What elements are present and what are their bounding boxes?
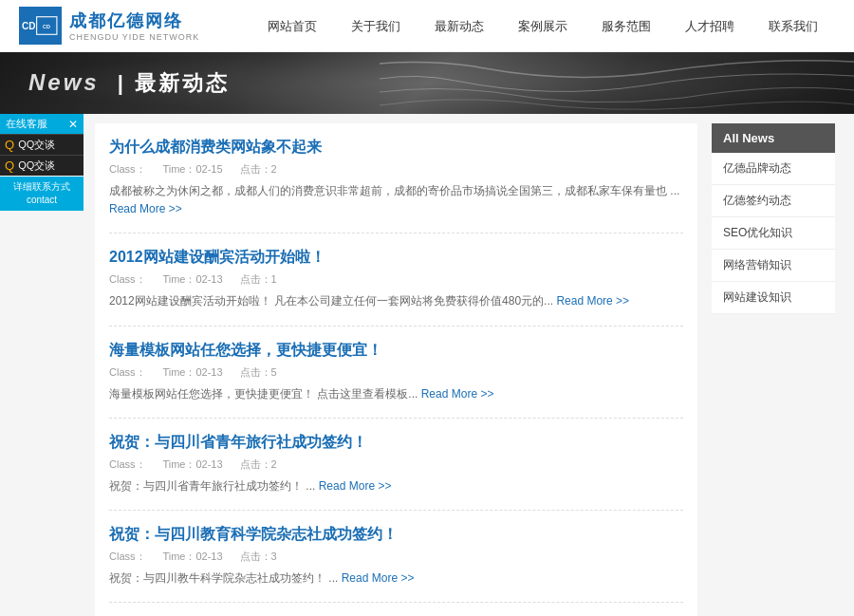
read-more-0[interactable]: Read More >> [109,202,182,215]
news-item-3: 祝贺：与四川省青年旅行社成功签约！ Class： Time：02-13 点击：2… [109,433,683,511]
sidebar-item-4[interactable]: 网站建设知识 [712,282,835,314]
news-meta-1: Class： Time：02-13 点击：1 [109,272,683,287]
news-hits-4: 点击：3 [240,551,277,562]
news-meta-0: Class： Time：02-15 点击：2 [109,162,683,177]
news-hits-3: 点击：2 [240,458,277,470]
news-title-1[interactable]: 2012网站建设酬宾活动开始啦！ [109,248,683,268]
read-more-2[interactable]: Read More >> [421,387,494,401]
news-meta-3: Class： Time：02-13 点击：2 [109,457,683,472]
news-time-0: Time：02-15 [162,163,222,175]
logo: CD 成都亿德网络 CHENGDU YIDE NETWORK [19,7,199,45]
news-excerpt-4: 祝贺：与四川教牛科学院杂志社成功签约！ ... Read More >> [109,569,683,588]
float-widget: 在线客服 ✕ Q QQ交谈 Q QQ交谈 详细联系方式contact [0,114,84,211]
news-hits-2: 点击：5 [240,366,277,378]
content-area: 为什么成都消费类网站象不起来 Class： Time：02-15 点击：2 成都… [95,123,697,616]
header: CD 成都亿德网络 CHENGDU YIDE NETWORK 网站首页 关于我们… [0,0,854,52]
nav-contact[interactable]: 联系我们 [752,0,835,52]
news-meta-2: Class： Time：02-13 点击：5 [109,365,683,380]
news-hits-1: 点击：1 [240,273,277,285]
news-title-3[interactable]: 祝贺：与四川省青年旅行社成功签约！ [109,433,683,453]
news-meta-4: Class： Time：02-13 点击：3 [109,550,683,564]
main-nav: 网站首页 关于我们 最新动态 案例展示 服务范围 人才招聘 联系我们 [251,0,835,52]
news-excerpt-3: 祝贺：与四川省青年旅行社成功签约！ ... Read More >> [109,477,683,495]
news-time-4: Time：02-13 [162,551,222,562]
sidebar: All News 亿德品牌动态 亿德签约动态 SEO优化知识 网络营销知识 网站… [712,123,835,616]
news-title-0[interactable]: 为什么成都消费类网站象不起来 [109,138,683,158]
logo-text: 成都亿德网络 CHENGDU YIDE NETWORK [69,9,199,42]
qq-icon-1: Q [5,138,14,152]
svg-text:CD: CD [44,24,51,29]
sidebar-box: All News 亿德品牌动态 亿德签约动态 SEO优化知识 网络营销知识 网站… [712,123,835,314]
read-more-3[interactable]: Read More >> [319,479,392,493]
news-excerpt-0: 成都被称之为休闲之都，成都人们的消费意识非常超前，成都的寄价品市场搞说全国第三，… [109,182,683,218]
nav-cases[interactable]: 案例展示 [501,0,585,52]
nav-about[interactable]: 关于我们 [334,0,418,52]
news-title-4[interactable]: 祝贺：与四川教育科学院杂志社成功签约！ [109,525,683,545]
qq-chat-1[interactable]: Q QQ交谈 [0,134,84,155]
news-excerpt-2: 海量模板网站任您选择，更快捷更便宜！ 点击这里查看模板... Read More… [109,385,683,403]
news-time-2: Time：02-13 [162,366,222,378]
logo-svg: CD [35,7,59,45]
news-hits-0: 点击：2 [240,163,277,175]
news-item-1: 2012网站建设酬宾活动开始啦！ Class： Time：02-13 点击：1 … [109,248,683,326]
news-title-2[interactable]: 海量模板网站任您选择，更快捷更便宜！ [109,341,683,361]
banner: News | 最新动态 [0,52,854,114]
news-class-4: Class： [109,551,146,562]
read-more-1[interactable]: Read More >> [556,294,629,308]
qq-chat-1-label: QQ交谈 [18,138,55,152]
news-item-2: 海量模板网站任您选择，更快捷更便宜！ Class： Time：02-13 点击：… [109,341,683,419]
logo-en: CHENGDU YIDE NETWORK [69,32,199,42]
news-time-1: Time：02-13 [162,273,222,285]
qq-chat-2[interactable]: Q QQ交谈 [0,155,84,176]
nav-jobs[interactable]: 人才招聘 [668,0,752,52]
main-content: 为什么成都消费类网站象不起来 Class： Time：02-15 点击：2 成都… [0,114,854,616]
news-time-3: Time：02-13 [162,458,222,470]
news-class-0: Class： [109,163,146,175]
sidebar-item-3[interactable]: 网络营销知识 [712,250,835,282]
news-class-2: Class： [109,366,146,378]
qq-icon-2: Q [5,159,14,173]
news-excerpt-1: 2012网站建设酬宾活动开始啦！ 凡在本公司建立任何一套网站将免费获得价值480… [109,292,683,310]
qq-chat-2-label: QQ交谈 [18,159,55,173]
logo-cn: 成都亿德网络 [69,9,199,32]
news-class-3: Class： [109,458,146,470]
sidebar-item-2[interactable]: SEO优化知识 [712,217,835,250]
widget-close-button[interactable]: ✕ [68,118,78,131]
news-item-0: 为什么成都消费类网站象不起来 Class： Time：02-15 点击：2 成都… [109,138,683,233]
news-class-1: Class： [109,273,146,285]
widget-title-label: 在线客服 [6,117,47,131]
logo-icon: CD [19,7,62,45]
nav-services[interactable]: 服务范围 [585,0,668,52]
banner-prefix: News [28,69,100,95]
banner-title: News | 最新动态 [28,69,230,98]
contact-button[interactable]: 详细联系方式contact [0,177,84,211]
news-item-4: 祝贺：与四川教育科学院杂志社成功签约！ Class： Time：02-13 点击… [109,525,683,603]
nav-home[interactable]: 网站首页 [251,0,334,52]
sidebar-item-1[interactable]: 亿德签约动态 [712,185,835,217]
sidebar-item-0[interactable]: 亿德品牌动态 [712,153,835,185]
widget-title-bar: 在线客服 ✕ [0,114,84,134]
sidebar-title: All News [712,123,835,153]
banner-decoration [380,52,854,114]
nav-news[interactable]: 最新动态 [418,0,501,52]
read-more-4[interactable]: Read More >> [342,571,415,585]
